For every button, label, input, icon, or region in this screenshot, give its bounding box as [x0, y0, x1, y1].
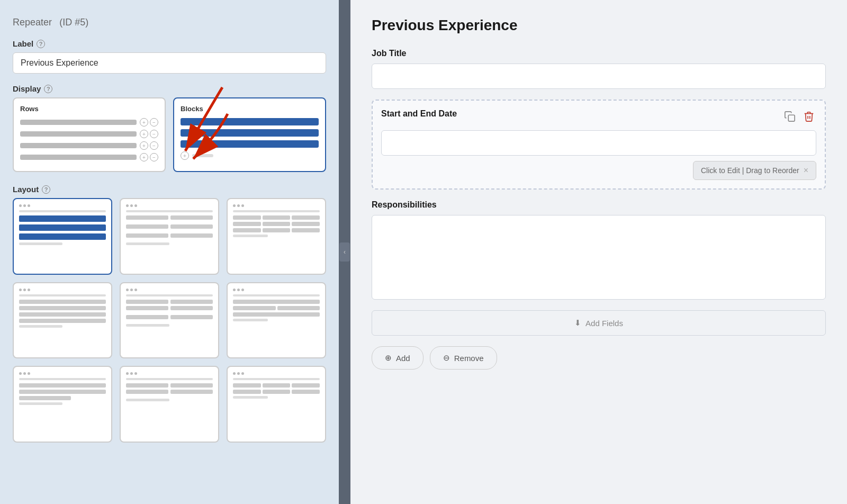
- right-panel: Previous Experience Job Title Start and …: [350, 0, 847, 504]
- card4-dots: [19, 289, 106, 291]
- field-group-job-title: Job Title: [372, 49, 826, 89]
- rows-label: Rows: [20, 105, 158, 113]
- display-section-header: Display ?: [13, 84, 326, 93]
- delete-field-icon[interactable]: [801, 109, 816, 124]
- card6-g1: [233, 300, 320, 304]
- card1-top-line: [19, 210, 106, 212]
- card1-blue-1: [19, 215, 106, 222]
- row-minus-4[interactable]: −: [150, 153, 158, 161]
- card7-g1: [19, 383, 106, 388]
- display-section-text: Display: [13, 84, 41, 93]
- remove-icon: ⊖: [443, 353, 450, 363]
- tooltip-container: Click to Edit | Drag to Reorder ×: [381, 161, 816, 180]
- display-help-icon[interactable]: ?: [44, 85, 52, 93]
- add-fields-download-icon: ⬇: [574, 318, 581, 328]
- layout-card-3[interactable]: [227, 198, 326, 275]
- card5-row1: [126, 300, 213, 312]
- field-group-responsibilities: Responsibilities: [372, 200, 826, 300]
- card9-dots: [233, 372, 320, 375]
- responsibilities-label: Responsibilities: [372, 200, 826, 210]
- layout-card-5[interactable]: [120, 282, 219, 359]
- card3-row2: [233, 222, 320, 226]
- card5-dots: [126, 289, 213, 291]
- card9-row2: [233, 390, 320, 394]
- job-title-input[interactable]: [372, 64, 826, 89]
- panel-title: Repeater (ID #5): [13, 15, 326, 29]
- row-minus-2[interactable]: −: [150, 130, 158, 138]
- responsibilities-textarea[interactable]: [372, 215, 826, 300]
- layout-card-1[interactable]: [13, 198, 112, 275]
- card1-blue-3: [19, 233, 106, 240]
- date-field-label: Start and End Date: [381, 109, 457, 119]
- card5-row2: [126, 315, 213, 321]
- display-option-blocks[interactable]: Blocks +: [173, 97, 326, 172]
- layout-card-7[interactable]: [13, 366, 112, 443]
- svg-rect-2: [788, 115, 795, 121]
- dashed-block-date: Start and End Date: [372, 100, 826, 190]
- row-minus-3[interactable]: −: [150, 141, 158, 150]
- card1-dots: [19, 204, 106, 207]
- date-input[interactable]: [381, 130, 816, 156]
- add-button[interactable]: ⊕ Add: [372, 346, 424, 370]
- card1-blue-2: [19, 224, 106, 231]
- row-plus-3[interactable]: +: [140, 141, 148, 150]
- left-panel: Repeater (ID #5) Label ? Display: [0, 0, 339, 504]
- panel-divider: ‹: [339, 0, 350, 504]
- dashed-block-actions: [782, 109, 816, 124]
- card4-top-line: [19, 294, 106, 296]
- card2-row1: [126, 215, 213, 222]
- layout-card-4[interactable]: [13, 282, 112, 359]
- card8-row1: [126, 383, 213, 396]
- add-fields-label: Add Fields: [585, 319, 623, 328]
- label-help-icon[interactable]: ?: [37, 40, 45, 48]
- card5-bottom-line: [126, 324, 169, 327]
- panel-title-text: Repeater: [13, 17, 52, 28]
- card6-bottom-line: [233, 319, 268, 321]
- card1-bottom-line: [19, 242, 62, 245]
- card6-top-line: [233, 294, 320, 296]
- collapse-toggle[interactable]: ‹: [339, 242, 350, 262]
- card8-bottom-line: [126, 399, 169, 401]
- layout-section-header: Layout ?: [13, 185, 326, 194]
- card3-bottom-line: [233, 235, 268, 237]
- layout-card-2[interactable]: [120, 198, 219, 275]
- card9-top-line: [233, 378, 320, 380]
- card4-g2: [19, 306, 106, 310]
- card7-g2: [19, 390, 106, 394]
- bottom-actions: ⊕ Add ⊖ Remove: [372, 346, 826, 370]
- add-icon: ⊕: [385, 353, 392, 363]
- tooltip-text: Click to Edit | Drag to Reorder: [701, 166, 799, 175]
- block-add-icon[interactable]: +: [181, 151, 189, 160]
- dashed-block-header: Start and End Date: [381, 109, 816, 124]
- card7-dots: [19, 372, 106, 375]
- layout-card-9[interactable]: [227, 366, 326, 443]
- layout-help-icon[interactable]: ?: [42, 185, 50, 194]
- card4-g4: [19, 319, 106, 323]
- card6-g3: [233, 312, 320, 317]
- card7-g3: [19, 396, 71, 400]
- edit-tooltip: Click to Edit | Drag to Reorder ×: [693, 161, 816, 180]
- copy-field-icon[interactable]: [782, 109, 797, 124]
- card4-bottom-line: [19, 325, 62, 328]
- label-input[interactable]: [13, 52, 326, 74]
- row-plus-4[interactable]: +: [140, 153, 148, 161]
- row-plus-1[interactable]: +: [140, 118, 148, 127]
- card6-dots: [233, 289, 320, 291]
- card6-row2: [233, 306, 320, 310]
- card4-g3: [19, 312, 106, 317]
- panel-title-id: (ID #5): [59, 17, 88, 28]
- add-fields-button[interactable]: ⬇ Add Fields: [372, 310, 826, 336]
- layout-card-8[interactable]: [120, 366, 219, 443]
- layout-card-6[interactable]: [227, 282, 326, 359]
- add-button-label: Add: [396, 354, 410, 363]
- row-minus-1[interactable]: −: [150, 118, 158, 127]
- chevron-left-icon: ‹: [344, 248, 346, 256]
- card3-dots: [233, 204, 320, 207]
- display-option-rows[interactable]: Rows + − + − + −: [13, 97, 166, 172]
- card2-bottom-line: [126, 242, 169, 245]
- tooltip-close-icon[interactable]: ×: [804, 166, 808, 175]
- row-plus-2[interactable]: +: [140, 130, 148, 138]
- card2-row2: [126, 224, 213, 231]
- layout-grid: [13, 198, 326, 443]
- remove-button[interactable]: ⊖ Remove: [430, 346, 497, 370]
